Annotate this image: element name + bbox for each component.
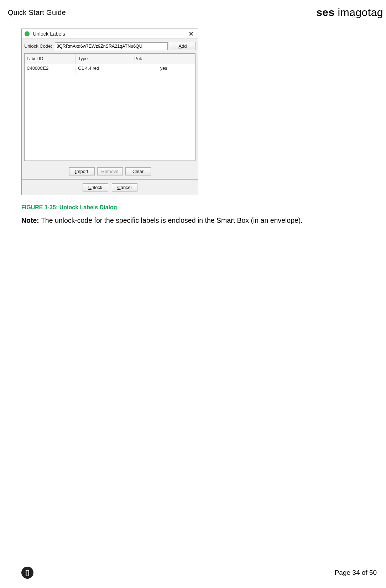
unlock-button[interactable]: Unlock [83,183,108,191]
unlock-code-row: Unlock Code: Add [22,39,198,53]
close-icon[interactable]: ✕ [187,31,195,37]
table-buttons-row: Import Remove Clear [22,164,198,179]
figure-caption: FIGURE 1-35: Unlock Labels Dialog [21,204,379,211]
labels-table-wrap: Label ID Type Puk C4000CE2 G1 4.4 red ye… [24,53,195,161]
table-row[interactable]: C4000CE2 G1 4.4 red yes [25,64,195,73]
status-dot-icon [25,31,30,36]
clear-button[interactable]: Clear [125,167,151,175]
cell-puk: yes [132,64,195,73]
cell-type: G1 4.4 red [76,64,132,73]
note-paragraph: Note: The unlock-code for the specific l… [21,216,379,225]
dialog-buttons-row: Unlock Cancel [22,180,198,195]
cell-label-id: C4000CE2 [25,64,76,73]
footer-badge-icon: [] [21,567,33,579]
brand-light: imagotag [335,6,383,18]
note-text: The unlock-code for the specific labels … [39,216,303,224]
col-type[interactable]: Type [76,54,132,64]
unlock-labels-dialog: Unlock Labels ✕ Unlock Code: Add [21,28,198,195]
import-button[interactable]: Import [69,167,95,175]
page-header: Quick Start Guide ses imagotag [8,6,383,19]
brand-bold: ses [316,6,335,18]
brand-logo: ses imagotag [316,6,383,19]
document-title: Quick Start Guide [8,9,66,17]
unlock-code-input[interactable] [55,42,168,50]
col-puk[interactable]: Puk [132,54,195,64]
remove-button[interactable]: Remove [97,167,123,175]
note-label: Note: [21,216,39,224]
cancel-button[interactable]: Cancel [112,183,137,191]
unlock-code-label: Unlock Code: [24,44,53,48]
page-number: Page 34 of 50 [335,569,377,577]
labels-table: Label ID Type Puk C4000CE2 G1 4.4 red ye… [25,54,195,73]
dialog-title: Unlock Labels [33,31,187,37]
add-button[interactable]: Add [170,42,195,50]
page-footer: [] Page 34 of 50 [21,567,377,579]
dialog-title-bar: Unlock Labels ✕ [22,29,198,39]
col-label-id[interactable]: Label ID [25,54,76,64]
